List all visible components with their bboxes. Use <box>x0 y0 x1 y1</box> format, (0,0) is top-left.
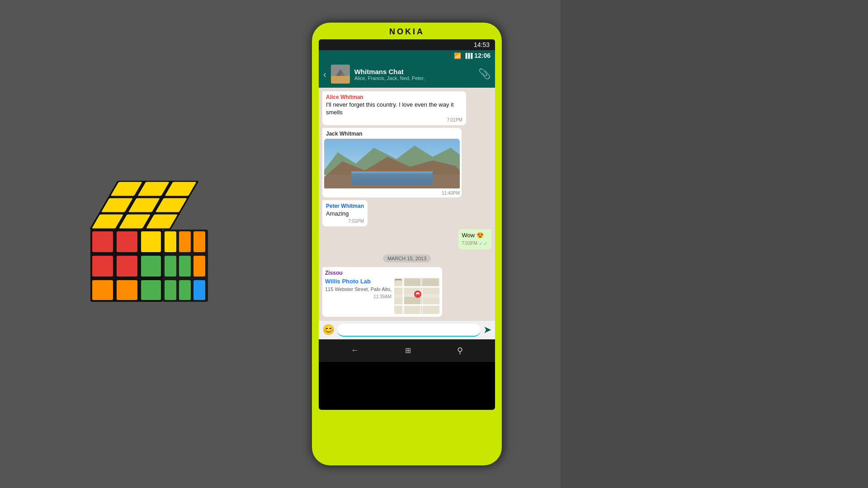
emoji-button[interactable]: 😊 <box>322 324 335 336</box>
msg-time-alice: 7:01PM <box>326 117 462 122</box>
location-address: 115 Webster Street, Palo Alto, <box>325 286 392 292</box>
message-peter: Peter Whitman Amazing 7:01PM <box>322 200 368 226</box>
svg-rect-11 <box>92 231 113 252</box>
msg-text-wow: Wow 😍 <box>462 232 488 239</box>
svg-rect-12 <box>117 231 137 252</box>
svg-rect-47 <box>404 279 420 286</box>
message-sent-wow: Wow 😍 7:03PM ✓✓ <box>458 229 491 249</box>
svg-rect-14 <box>92 256 113 277</box>
back-button[interactable]: ‹ <box>323 69 326 80</box>
phone-outer: NOKIA 14:53 📶 ▐▐▐ 12:06 ‹ <box>312 23 502 465</box>
rubiks-cube-area <box>0 0 298 488</box>
sender-zissou: Zissou <box>325 270 439 276</box>
msg-time-location: 11:39AM <box>325 294 392 299</box>
jack-image <box>324 139 460 190</box>
chat-title-area: Whitmans Chat Alice, Francis, Jack, Ned,… <box>354 68 474 81</box>
msg-time-wow: 7:03PM ✓✓ <box>462 240 488 247</box>
sender-peter: Peter Whitman <box>326 203 364 209</box>
input-area: 😊 ➤ <box>319 320 495 339</box>
svg-rect-15 <box>117 256 137 277</box>
location-content: Willis Photo Lab 115 Webster Street, Pal… <box>325 278 439 314</box>
svg-rect-21 <box>165 231 176 252</box>
windows-nav-icon[interactable]: ⊞ <box>405 346 411 355</box>
sender-jack: Jack Whitman <box>324 130 460 138</box>
cube-svg <box>81 172 217 316</box>
svg-rect-49 <box>404 297 420 304</box>
chat-header: ‹ Whitmans Chat Alice, Francis, Jack, Ne… <box>319 61 495 88</box>
phone-wrapper: NOKIA 14:53 📶 ▐▐▐ 12:06 ‹ <box>298 0 515 488</box>
outer-time: 14:53 <box>474 41 490 48</box>
msg-text-peter: Amazing <box>326 210 364 218</box>
inner-status-bar: 📶 ▐▐▐ 12:06 <box>319 50 495 61</box>
svg-rect-28 <box>179 280 191 300</box>
svg-rect-16 <box>141 256 161 277</box>
svg-rect-26 <box>193 256 205 277</box>
attachment-icon[interactable]: 📎 <box>478 68 491 80</box>
msg-time-peter: 7:01PM <box>326 219 364 224</box>
msg-text-alice: I'll never forget this country. I love e… <box>326 101 462 117</box>
svg-rect-24 <box>165 256 176 277</box>
scene: 14:53 NOKIA 14:53 📶 ▐▐▐ 12:06 ‹ <box>0 0 868 488</box>
svg-rect-38 <box>351 171 433 174</box>
svg-rect-55 <box>401 279 401 281</box>
svg-rect-19 <box>141 280 161 300</box>
phone-screen: 14:53 📶 ▐▐▐ 12:06 ‹ <box>319 39 495 410</box>
send-button[interactable]: ➤ <box>483 324 491 336</box>
brand-logo: NOKIA <box>389 27 425 37</box>
svg-rect-48 <box>422 279 439 286</box>
msg-time-jack: 11:40PM <box>324 191 460 196</box>
svg-rect-17 <box>92 280 113 300</box>
rubiks-cube <box>81 172 217 316</box>
right-background <box>561 0 868 488</box>
bottom-nav: ← ⊞ ⚲ <box>319 339 495 362</box>
location-map <box>394 278 439 314</box>
messages-area[interactable]: Alice Whitman I'll never forget this cou… <box>319 88 495 320</box>
wifi-icon: 📶 <box>454 52 461 59</box>
svg-rect-33 <box>331 76 350 84</box>
message-alice: Alice Whitman I'll never forget this cou… <box>322 91 466 125</box>
signal-icon: ▐▐▐ <box>464 53 472 58</box>
svg-rect-27 <box>165 280 176 300</box>
message-jack: Jack Whitman <box>322 128 462 197</box>
search-nav-icon[interactable]: ⚲ <box>457 346 463 356</box>
svg-rect-18 <box>117 280 137 300</box>
svg-rect-29 <box>193 280 205 300</box>
svg-rect-53 <box>395 279 401 280</box>
chat-subtitle: Alice, Francis, Jack, Ned, Peter, <box>354 75 474 81</box>
back-nav-icon[interactable]: ← <box>351 346 359 355</box>
location-name: Willis Photo Lab <box>325 278 392 285</box>
location-info: Willis Photo Lab 115 Webster Street, Pal… <box>325 278 392 314</box>
message-location: Zissou Willis Photo Lab 115 Webster Stre… <box>322 267 442 317</box>
message-input[interactable] <box>337 324 481 337</box>
svg-rect-23 <box>193 231 205 252</box>
outer-status-bar: 14:53 <box>319 39 495 50</box>
svg-rect-22 <box>179 231 191 252</box>
sender-alice: Alice Whitman <box>326 94 462 100</box>
inner-time: 12:06 <box>474 52 491 59</box>
date-label: MARCH 15, 2013 <box>383 254 431 263</box>
svg-rect-13 <box>141 231 161 252</box>
group-avatar <box>331 65 350 84</box>
read-receipt: ✓✓ <box>479 240 488 247</box>
chat-title: Whitmans Chat <box>354 68 474 75</box>
svg-rect-25 <box>179 256 191 277</box>
date-divider: MARCH 15, 2013 <box>322 254 491 263</box>
svg-rect-54 <box>395 279 396 281</box>
